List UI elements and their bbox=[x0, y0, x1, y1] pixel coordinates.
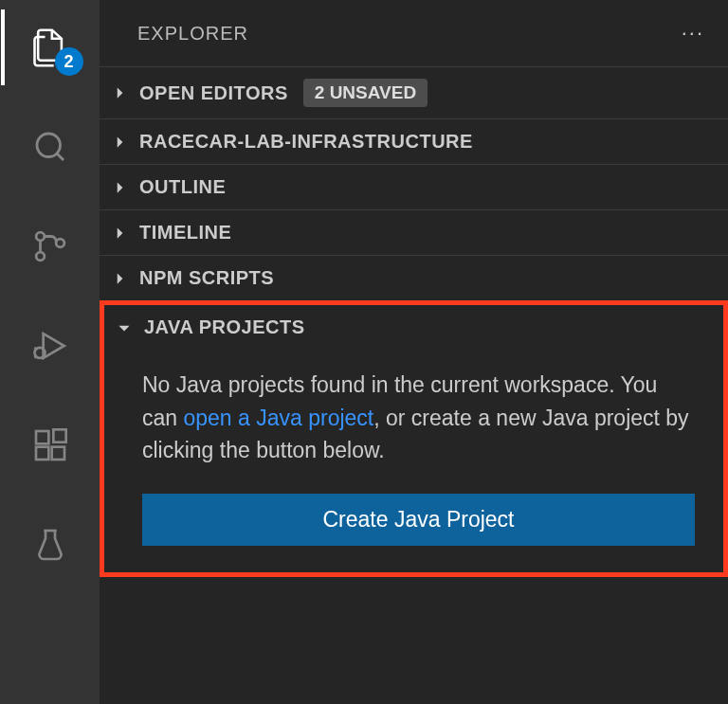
svg-rect-7 bbox=[51, 447, 64, 460]
create-java-project-button[interactable]: Create Java Project bbox=[142, 494, 695, 546]
section-label: NPM SCRIPTS bbox=[139, 267, 274, 289]
unsaved-pill: 2 UNSAVED bbox=[303, 79, 428, 107]
section-open-editors[interactable]: OPEN EDITORS 2 UNSAVED bbox=[100, 66, 728, 118]
svg-rect-6 bbox=[36, 447, 48, 460]
svg-rect-5 bbox=[36, 431, 48, 443]
activity-bar: 2 bbox=[0, 0, 100, 704]
sidebar-header: EXPLORER ··· bbox=[100, 0, 728, 66]
section-timeline[interactable]: TIMELINE bbox=[100, 209, 728, 255]
testing-activity-icon[interactable] bbox=[22, 516, 79, 573]
chevron-down-icon bbox=[114, 317, 135, 338]
extensions-activity-icon[interactable] bbox=[22, 417, 79, 474]
run-debug-activity-icon[interactable] bbox=[22, 317, 79, 374]
svg-point-1 bbox=[36, 232, 45, 241]
svg-point-2 bbox=[36, 252, 45, 261]
chevron-right-icon bbox=[109, 82, 130, 103]
java-empty-message: No Java projects found in the current wo… bbox=[142, 369, 695, 467]
java-projects-highlight: JAVA PROJECTS No Java projects found in … bbox=[100, 300, 728, 577]
section-outline[interactable]: OUTLINE bbox=[100, 164, 728, 209]
section-label: OPEN EDITORS bbox=[139, 82, 288, 104]
section-workspace[interactable]: RACECAR-LAB-INFRASTRUCTURE bbox=[100, 118, 728, 164]
section-java-projects[interactable]: JAVA PROJECTS bbox=[104, 305, 723, 350]
chevron-right-icon bbox=[109, 223, 130, 244]
sidebar-title: EXPLORER bbox=[137, 23, 248, 45]
chevron-right-icon bbox=[109, 177, 130, 198]
chevron-right-icon bbox=[109, 268, 130, 289]
section-label: TIMELINE bbox=[139, 222, 231, 244]
chevron-right-icon bbox=[109, 132, 130, 153]
source-control-activity-icon[interactable] bbox=[22, 218, 79, 275]
section-label: OUTLINE bbox=[139, 176, 226, 198]
svg-point-0 bbox=[37, 134, 61, 157]
java-projects-body: No Java projects found in the current wo… bbox=[104, 350, 723, 572]
explorer-sidebar: EXPLORER ··· OPEN EDITORS 2 UNSAVED RACE… bbox=[100, 0, 728, 704]
explorer-activity-icon[interactable]: 2 bbox=[22, 19, 79, 76]
svg-point-3 bbox=[56, 239, 64, 247]
section-label: RACECAR-LAB-INFRASTRUCTURE bbox=[139, 131, 473, 153]
section-label: JAVA PROJECTS bbox=[144, 316, 305, 338]
svg-rect-8 bbox=[53, 429, 65, 442]
search-activity-icon[interactable] bbox=[22, 118, 79, 175]
unsaved-badge: 2 bbox=[55, 47, 83, 76]
more-actions-icon[interactable]: ··· bbox=[682, 21, 704, 45]
section-npm-scripts[interactable]: NPM SCRIPTS bbox=[100, 255, 728, 300]
open-java-project-link[interactable]: open a Java project bbox=[183, 406, 373, 430]
